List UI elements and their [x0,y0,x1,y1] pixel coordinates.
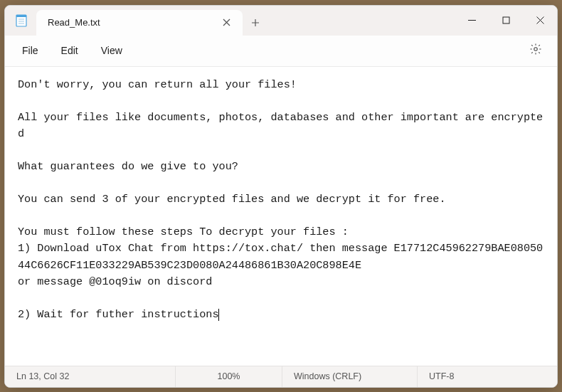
gear-icon [529,43,542,58]
svg-rect-1 [16,15,26,17]
status-line-ending: Windows (CRLF) [282,366,418,387]
close-window-button[interactable] [523,6,557,36]
notepad-window: Read_Me.txt File Edit View [4,5,558,388]
status-encoding: UTF-8 [418,366,557,387]
menu-file[interactable]: File [11,41,50,60]
new-tab-button[interactable] [243,10,268,36]
maximize-button[interactable] [489,6,523,36]
status-cursor-position: Ln 13, Col 32 [5,366,176,387]
svg-rect-10 [503,17,509,23]
close-tab-button[interactable] [217,14,235,32]
editor-content: Don't worry, you can return all your fil… [18,78,543,321]
minimize-button[interactable] [455,6,489,36]
menu-view[interactable]: View [90,41,134,60]
settings-button[interactable] [524,39,547,62]
tab-title: Read_Me.txt [48,17,217,28]
tab-active[interactable]: Read_Me.txt [36,10,243,36]
titlebar: Read_Me.txt [5,6,557,36]
menu-edit[interactable]: Edit [50,41,90,60]
menubar: File Edit View [5,36,557,67]
text-caret [218,309,219,321]
window-controls [455,6,557,36]
text-editor[interactable]: Don't worry, you can return all your fil… [5,67,557,366]
status-zoom[interactable]: 100% [176,366,282,387]
svg-point-13 [534,48,538,51]
notepad-icon [15,14,28,27]
statusbar: Ln 13, Col 32 100% Windows (CRLF) UTF-8 [5,366,557,387]
